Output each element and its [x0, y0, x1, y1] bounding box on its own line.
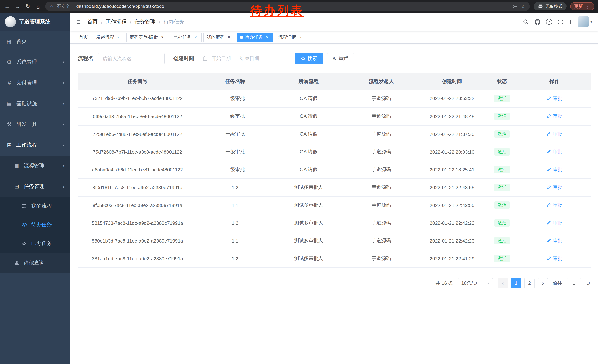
table-row: 381aa1dd-7ac8-11ec-a9e2-a2380e71991a 1.2…: [78, 250, 590, 267]
reload-icon[interactable]: ↻: [25, 3, 31, 10]
tab-form-edit[interactable]: 流程表单-编辑 ×: [126, 32, 168, 42]
approve-link[interactable]: 审批: [547, 202, 562, 209]
chevron-up-icon: ▴: [63, 143, 65, 147]
approve-link[interactable]: 审批: [547, 131, 562, 138]
logo[interactable]: 芋道管理系统: [0, 13, 70, 31]
breadcrumb-home[interactable]: 首页: [87, 18, 98, 25]
cell-created: 2022-01-22 18:25:41: [418, 161, 486, 178]
prev-page-icon[interactable]: ‹: [498, 278, 508, 288]
user-menu[interactable]: ▾: [578, 16, 592, 27]
approve-link[interactable]: 审批: [547, 184, 562, 191]
sidebar-item-label: 基础设施: [16, 100, 37, 107]
cell-task-name: 一级审批: [197, 143, 273, 161]
incognito-badge: 无痕模式: [533, 2, 566, 10]
page-1-button[interactable]: 1: [511, 278, 521, 288]
table-header: 任务编号 任务名称 所属流程 流程发起人 创建时间 状态 操作: [78, 73, 590, 90]
key-icon[interactable]: [512, 4, 518, 9]
date-range-picker[interactable]: 开始日期 - 结束日期: [199, 53, 288, 65]
approve-link[interactable]: 审批: [547, 255, 562, 262]
sidebar-item-leave-query[interactable]: 请假查询: [0, 252, 70, 273]
tab-label: 待办任务: [245, 34, 263, 40]
status-badge: 激活: [494, 166, 510, 173]
tab-label: 流程表单-编辑: [130, 34, 158, 40]
sidebar-item-home[interactable]: ▦ 首页: [0, 31, 70, 52]
search-button[interactable]: 搜索: [295, 53, 323, 65]
update-button[interactable]: 更新 ⋮: [570, 2, 594, 10]
page-size-select[interactable]: 10条/页 ▾: [457, 278, 493, 288]
sidebar-item-system[interactable]: ⚙ 系统管理 ▾: [0, 52, 70, 73]
sidebar-item-label: 系统管理: [16, 59, 37, 65]
back-icon[interactable]: ←: [4, 3, 10, 9]
approve-link[interactable]: 审批: [547, 237, 562, 244]
update-label[interactable]: 更新: [574, 4, 583, 9]
cell-task-name: 一级审批: [197, 125, 273, 143]
cell-created: 2022-01-21 22:43:55: [418, 196, 486, 214]
approve-link[interactable]: 审批: [547, 95, 562, 102]
cell-task-id: 580e1b3d-7ac8-11ec-a9e2-a2380e71991a: [78, 232, 197, 250]
cell-task-name: 一级审批: [197, 107, 273, 125]
search-icon[interactable]: [523, 19, 529, 25]
sidebar-item-my-process[interactable]: 我的流程: [0, 197, 70, 216]
tab-done-tasks[interactable]: 已办任务 ×: [170, 32, 201, 42]
cell-task-id: 069c6a63-7b8a-11ec-8ef0-acde48001122: [78, 107, 197, 125]
sidebar-item-infrastructure[interactable]: ▤ 基础设施 ▾: [0, 93, 70, 114]
kebab-menu-icon[interactable]: ⋮: [585, 4, 590, 9]
breadcrumb-workflow[interactable]: 工作流程: [106, 18, 126, 25]
goto-page-input[interactable]: [566, 278, 581, 288]
sidebar-item-todo-tasks[interactable]: 待办任务: [0, 216, 70, 234]
cell-process: OA 请假: [273, 107, 344, 125]
security-label[interactable]: 不安全: [57, 3, 70, 9]
tab-close-icon[interactable]: ×: [160, 35, 165, 40]
tab-close-icon[interactable]: ×: [116, 35, 121, 40]
tab-my-process[interactable]: 我的流程 ×: [203, 32, 235, 42]
tab-close-icon[interactable]: ×: [226, 35, 232, 40]
fullscreen-icon[interactable]: [557, 19, 563, 25]
main-area: ≡ 首页 / 工作流程 / 任务管理 / 待办任务: [70, 13, 598, 364]
edit-icon: [547, 96, 551, 101]
refresh-icon: ↻: [333, 56, 337, 61]
avatar[interactable]: [578, 16, 589, 27]
help-icon[interactable]: ?: [546, 19, 552, 25]
tab-start-process[interactable]: 发起流程 ×: [93, 32, 125, 42]
page-2-button[interactable]: 2: [524, 278, 535, 288]
sidebar-item-task-mgmt[interactable]: ⊟ 任务管理 ▴: [0, 176, 70, 197]
sidebar-item-devtools[interactable]: ⚒ 研发工具 ▾: [0, 114, 70, 135]
github-icon[interactable]: [534, 19, 540, 25]
next-page-icon[interactable]: ›: [538, 278, 548, 288]
eye-icon: [21, 223, 27, 227]
tab-todo-tasks[interactable]: 待办任务 ×: [237, 32, 273, 42]
cell-task-name: 1.2: [197, 178, 273, 196]
tab-close-icon[interactable]: ×: [265, 35, 270, 40]
sidebar-item-process-mgmt[interactable]: ≣ 流程管理 ▾: [0, 155, 70, 176]
tab-home[interactable]: 首页: [75, 32, 91, 42]
cell-created: 2022-01-21 22:43:55: [418, 178, 486, 196]
col-process: 所属流程: [273, 73, 344, 90]
breadcrumb-separator: /: [130, 19, 131, 25]
breadcrumb-current: 待办任务: [164, 18, 184, 25]
tab-close-icon[interactable]: ×: [298, 35, 303, 40]
sidebar-item-done-tasks[interactable]: 已办任务: [0, 234, 70, 252]
hamburger-icon[interactable]: ≡: [76, 18, 81, 26]
approve-link[interactable]: 审批: [547, 219, 562, 226]
tab-close-icon[interactable]: ×: [193, 35, 198, 40]
star-icon[interactable]: ☆: [521, 3, 525, 9]
process-name-input[interactable]: [98, 53, 165, 65]
sidebar-item-workflow[interactable]: ⊞ 工作流程 ▴: [0, 135, 70, 155]
sidebar-item-payment[interactable]: ¥ 支付管理 ▾: [0, 73, 70, 93]
approve-link[interactable]: 审批: [547, 166, 562, 173]
home-icon[interactable]: ⌂: [35, 3, 42, 9]
breadcrumb-task-mgmt[interactable]: 任务管理: [135, 18, 155, 25]
reset-button[interactable]: ↻ 重置: [327, 53, 354, 65]
approve-link[interactable]: 审批: [547, 148, 562, 155]
font-size-icon[interactable]: T: [569, 18, 572, 25]
search-icon: [301, 56, 306, 61]
cell-initiator: 芋道源码: [344, 143, 418, 161]
sidebar-item-label: 已办任务: [31, 240, 52, 247]
approve-link[interactable]: 审批: [547, 113, 562, 120]
forward-icon[interactable]: →: [14, 3, 21, 9]
col-created: 创建时间: [418, 73, 486, 90]
chevron-up-icon: ▴: [63, 185, 65, 188]
active-dot: [240, 36, 243, 39]
tab-process-detail[interactable]: 流程详情 ×: [275, 32, 307, 42]
table-row: 069c6a63-7b8a-11ec-8ef0-acde48001122 一级审…: [78, 107, 590, 125]
